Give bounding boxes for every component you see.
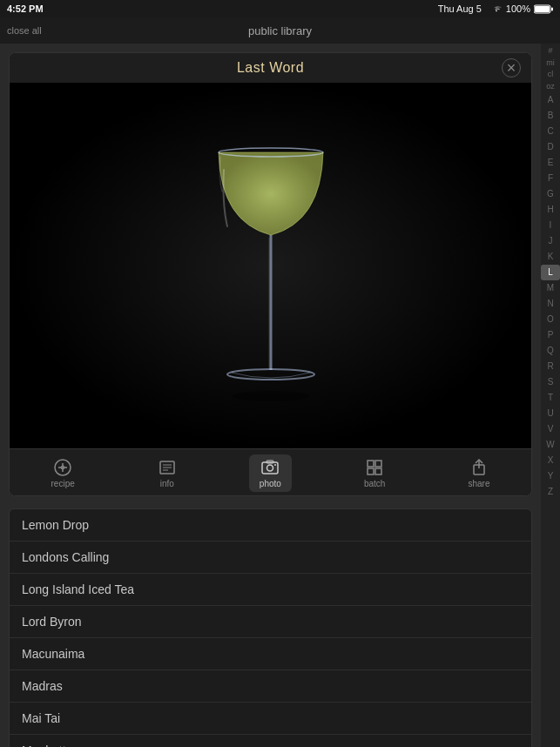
wifi-icon <box>490 4 503 13</box>
alpha-letter-y[interactable]: Y <box>541 468 560 484</box>
list-item[interactable]: Londons Calling <box>10 542 531 574</box>
list-item[interactable]: Macunaima <box>10 638 531 670</box>
modal-header: Last Word × <box>10 53 531 83</box>
cocktail-list: Lemon DropLondons CallingLong Island Ice… <box>9 508 532 747</box>
tab-batch[interactable]: batch <box>354 454 395 492</box>
alpha-letter-q[interactable]: Q <box>541 343 560 359</box>
modal-title: Last Word <box>237 60 304 76</box>
alpha-letter-m[interactable]: M <box>541 280 560 296</box>
svg-rect-21 <box>375 461 381 467</box>
alpha-letter-x[interactable]: X <box>541 453 560 468</box>
library-title: public library <box>248 24 312 37</box>
date-label: Thu Aug 5 <box>438 3 482 14</box>
cocktail-image-area <box>10 83 531 448</box>
alpha-letter-n[interactable]: N <box>541 296 560 312</box>
tab-bar: recipe info <box>10 448 531 495</box>
cocktail-glass-image <box>192 100 349 431</box>
content-area: Last Word × <box>0 44 541 747</box>
svg-point-7 <box>232 391 310 401</box>
alpha-letter-v[interactable]: V <box>541 421 560 437</box>
alpha-special-oz2[interactable]: oz <box>541 81 560 93</box>
alpha-index: # mi cl oz ABCDEFGHIJKLMNOPQRSTUVWXYZ <box>541 44 560 747</box>
alpha-special-mi[interactable]: mi <box>541 57 560 70</box>
tab-share[interactable]: share <box>457 454 500 492</box>
alpha-letter-b[interactable]: B <box>541 108 560 124</box>
alpha-letter-h[interactable]: H <box>541 202 560 218</box>
alpha-letter-o[interactable]: O <box>541 312 560 327</box>
recipe-icon <box>53 458 72 477</box>
share-icon <box>469 458 489 477</box>
modal-card: Last Word × <box>9 52 532 496</box>
svg-rect-22 <box>368 468 374 474</box>
close-all-button[interactable]: close all <box>7 25 42 36</box>
status-icons: Thu Aug 5 100% <box>438 3 553 14</box>
alpha-letter-i[interactable]: I <box>541 218 560 233</box>
alpha-letter-r[interactable]: R <box>541 359 560 374</box>
alpha-letter-z[interactable]: Z <box>541 484 560 500</box>
tab-recipe-label: recipe <box>51 479 75 488</box>
list-item[interactable]: Mai Tai <box>10 703 531 735</box>
alpha-letter-l[interactable]: L <box>541 265 560 280</box>
tab-share-label: share <box>468 479 489 488</box>
tab-info[interactable]: info <box>147 454 187 492</box>
svg-rect-2 <box>551 7 553 10</box>
alpha-letter-a[interactable]: A <box>541 92 560 108</box>
tab-recipe[interactable]: recipe <box>41 454 85 492</box>
list-item[interactable]: Madras <box>10 670 531 703</box>
svg-rect-1 <box>535 6 550 12</box>
alpha-letter-j[interactable]: J <box>541 233 560 249</box>
alpha-letter-e[interactable]: E <box>541 155 560 171</box>
list-item[interactable]: Lord Byron <box>10 606 531 638</box>
alpha-letter-s[interactable]: S <box>541 374 560 390</box>
alpha-special-oz[interactable]: # <box>541 45 560 57</box>
tab-info-label: info <box>160 479 174 488</box>
svg-rect-23 <box>375 468 381 474</box>
battery-icon <box>534 4 553 14</box>
batch-icon <box>365 458 384 477</box>
alpha-letter-p[interactable]: P <box>541 327 560 343</box>
svg-rect-16 <box>262 462 278 474</box>
alpha-letter-t[interactable]: T <box>541 390 560 406</box>
list-item[interactable]: Long Island Iced Tea <box>10 574 531 606</box>
status-bar: 4:52 PM Thu Aug 5 100% <box>0 0 560 17</box>
alpha-letter-w[interactable]: W <box>541 437 560 453</box>
list-item[interactable]: Manhattan <box>10 735 531 747</box>
top-nav: close all public library <box>0 17 560 44</box>
svg-point-17 <box>267 465 273 471</box>
battery-label: 100% <box>506 3 530 14</box>
alpha-letter-d[interactable]: D <box>541 139 560 155</box>
tab-photo-label: photo <box>260 479 281 488</box>
alpha-letter-u[interactable]: U <box>541 406 560 421</box>
alpha-letter-g[interactable]: G <box>541 186 560 202</box>
main-container: Last Word × <box>0 44 560 747</box>
status-time: 4:52 PM <box>7 3 44 14</box>
photo-icon <box>260 458 280 477</box>
list-item[interactable]: Lemon Drop <box>10 509 531 542</box>
svg-rect-20 <box>368 461 374 467</box>
tab-photo[interactable]: photo <box>249 454 292 492</box>
alpha-special-cl[interactable]: cl <box>541 69 560 81</box>
info-icon <box>158 458 177 477</box>
modal-close-button[interactable]: × <box>502 58 521 77</box>
alpha-letter-c[interactable]: C <box>541 124 560 139</box>
alpha-letter-k[interactable]: K <box>541 249 560 265</box>
alpha-letter-f[interactable]: F <box>541 171 560 186</box>
tab-batch-label: batch <box>364 479 385 488</box>
svg-point-19 <box>274 464 276 466</box>
